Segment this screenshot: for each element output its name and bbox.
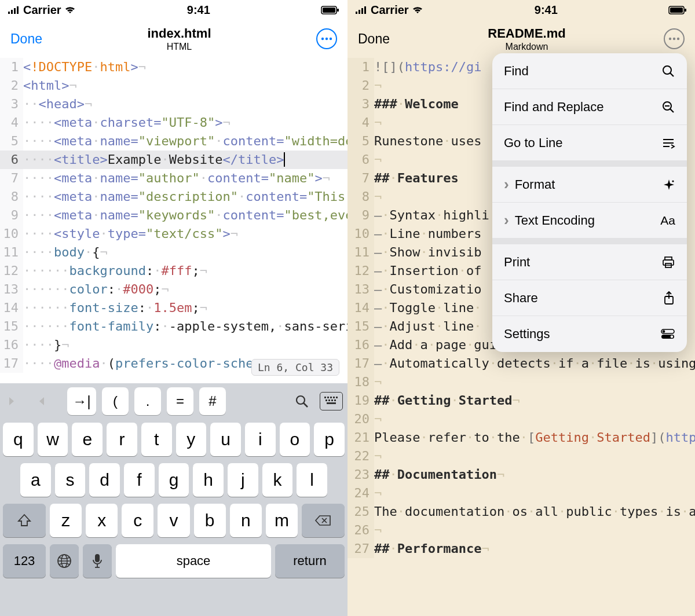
code-line[interactable]: 25The·documentation·os·all·public·types·… bbox=[348, 503, 695, 521]
mic-key[interactable] bbox=[83, 544, 112, 578]
redo-button[interactable] bbox=[30, 387, 50, 415]
code-line[interactable]: 16····}¬ bbox=[0, 336, 348, 354]
code-line[interactable]: 15······font-family:·-apple-system,·sans… bbox=[0, 317, 348, 336]
hash-key[interactable]: # bbox=[199, 387, 226, 415]
key-n[interactable]: n bbox=[230, 504, 262, 537]
svg-rect-21 bbox=[327, 402, 336, 404]
more-button[interactable] bbox=[664, 28, 685, 49]
key-u[interactable]: u bbox=[210, 423, 241, 456]
code-line[interactable]: 20¬ bbox=[348, 410, 695, 428]
key-a[interactable]: a bbox=[20, 463, 51, 497]
menu-item-share[interactable]: Share bbox=[492, 280, 687, 316]
code-line[interactable]: 21Please·refer·to·the·[Getting·Started](… bbox=[348, 428, 695, 447]
line-number: 9 bbox=[348, 206, 374, 225]
code-line[interactable]: 6····<title>Example·Website</title> bbox=[0, 151, 348, 169]
code-line[interactable]: 4····<meta·charset="UTF-8">¬ bbox=[0, 113, 348, 132]
code-line[interactable]: 1<!DOCTYPE·html>¬ bbox=[0, 58, 348, 76]
done-button[interactable]: Done bbox=[358, 31, 390, 47]
code-line[interactable]: 13······color:·#000;¬ bbox=[0, 280, 348, 299]
code-line[interactable]: 23##·Documentation¬ bbox=[348, 465, 695, 484]
key-g[interactable]: g bbox=[159, 463, 189, 497]
code-line[interactable]: 18¬ bbox=[348, 373, 695, 391]
menu-item-format[interactable]: ›Format bbox=[492, 167, 687, 203]
line-number: 1 bbox=[348, 58, 374, 76]
code-editor[interactable]: 1<!DOCTYPE·html>¬2<html>¬3··<head>¬4····… bbox=[0, 58, 348, 373]
undo-button[interactable] bbox=[5, 387, 24, 415]
space-key[interactable]: space bbox=[116, 544, 271, 578]
code-line[interactable]: 24¬ bbox=[348, 484, 695, 503]
line-number: 23 bbox=[348, 465, 374, 484]
key-t[interactable]: t bbox=[141, 423, 172, 456]
menu-item-settings[interactable]: Settings bbox=[492, 316, 687, 352]
code-line[interactable]: 8····<meta·name="description"·content="T… bbox=[0, 188, 348, 206]
globe-key[interactable] bbox=[50, 544, 79, 578]
chevron-right-icon: › bbox=[504, 175, 509, 193]
code-line[interactable]: 7····<meta·name="author"·content="name">… bbox=[0, 169, 348, 188]
battery-icon bbox=[321, 6, 339, 14]
menu-item-find-and-replace[interactable]: Find and Replace bbox=[492, 89, 687, 125]
shift-key[interactable] bbox=[3, 504, 46, 537]
paren-key[interactable]: ( bbox=[102, 387, 129, 415]
line-number: 6 bbox=[348, 151, 374, 169]
line-text: ····<style·type="text/css">¬ bbox=[23, 225, 348, 243]
key-v[interactable]: v bbox=[158, 504, 189, 537]
key-x[interactable]: x bbox=[86, 504, 118, 537]
done-button[interactable]: Done bbox=[10, 31, 42, 47]
code-line[interactable]: 2<html>¬ bbox=[0, 76, 348, 95]
line-text: ¬ bbox=[374, 447, 695, 465]
menu-item-print[interactable]: Print bbox=[492, 244, 687, 280]
key-k[interactable]: k bbox=[262, 463, 293, 497]
equals-key[interactable]: = bbox=[167, 387, 193, 415]
code-line[interactable]: 5····<meta·name="viewport"·content="widt… bbox=[0, 132, 348, 151]
line-number: 1 bbox=[0, 58, 23, 76]
search-key[interactable] bbox=[290, 387, 314, 415]
svg-rect-2 bbox=[14, 8, 16, 14]
code-line[interactable]: 27##·Performance¬ bbox=[348, 540, 695, 558]
switches-icon bbox=[660, 328, 675, 340]
nav-title: index.html HTML bbox=[147, 26, 211, 52]
backspace-key[interactable] bbox=[302, 504, 345, 537]
menu-item-text-encoding[interactable]: ›Text EncodingAa bbox=[492, 203, 687, 239]
code-line[interactable]: 9····<meta·name="keywords"·content="best… bbox=[0, 206, 348, 225]
key-o[interactable]: o bbox=[280, 423, 310, 456]
code-line[interactable]: 26¬ bbox=[348, 521, 695, 540]
code-line[interactable]: 17—·Automatically·detects·if·a·file·is·u… bbox=[348, 354, 695, 373]
svg-line-41 bbox=[670, 73, 674, 76]
code-line[interactable]: 11····body·{¬ bbox=[0, 243, 348, 262]
code-line[interactable]: 3··<head>¬ bbox=[0, 95, 348, 113]
svg-rect-17 bbox=[325, 399, 327, 401]
dot-key[interactable]: . bbox=[134, 387, 161, 415]
numeric-key[interactable]: 123 bbox=[3, 544, 46, 578]
key-z[interactable]: z bbox=[50, 504, 82, 537]
key-y[interactable]: y bbox=[176, 423, 207, 456]
key-q[interactable]: q bbox=[3, 423, 34, 456]
key-e[interactable]: e bbox=[72, 423, 103, 456]
key-r[interactable]: r bbox=[107, 423, 137, 456]
key-l[interactable]: l bbox=[297, 463, 327, 497]
key-m[interactable]: m bbox=[266, 504, 298, 537]
key-i[interactable]: i bbox=[245, 423, 276, 456]
more-button[interactable] bbox=[316, 28, 337, 49]
tab-key[interactable]: →| bbox=[67, 387, 96, 415]
code-line[interactable]: 10····<style·type="text/css">¬ bbox=[0, 225, 348, 243]
key-f[interactable]: f bbox=[124, 463, 155, 497]
code-line[interactable]: 12······background:·#fff;¬ bbox=[0, 262, 348, 280]
menu-item-find[interactable]: Find bbox=[492, 53, 687, 89]
key-d[interactable]: d bbox=[89, 463, 120, 497]
key-b[interactable]: b bbox=[194, 504, 226, 537]
dismiss-keyboard-key[interactable] bbox=[320, 392, 343, 410]
key-p[interactable]: p bbox=[314, 423, 345, 456]
line-text: ······color:·#000;¬ bbox=[23, 280, 348, 299]
key-c[interactable]: c bbox=[122, 504, 153, 537]
key-s[interactable]: s bbox=[55, 463, 86, 497]
code-line[interactable]: 14······font-size:·1.5em;¬ bbox=[0, 299, 348, 317]
key-j[interactable]: j bbox=[228, 463, 258, 497]
svg-line-11 bbox=[303, 403, 308, 407]
svg-point-40 bbox=[663, 66, 671, 74]
code-line[interactable]: 19##·Getting·Started¬ bbox=[348, 391, 695, 410]
menu-item-go-to-line[interactable]: Go to Line bbox=[492, 125, 687, 161]
return-key[interactable]: return bbox=[275, 544, 345, 578]
key-w[interactable]: w bbox=[38, 423, 68, 456]
code-line[interactable]: 22¬ bbox=[348, 447, 695, 465]
key-h[interactable]: h bbox=[193, 463, 224, 497]
